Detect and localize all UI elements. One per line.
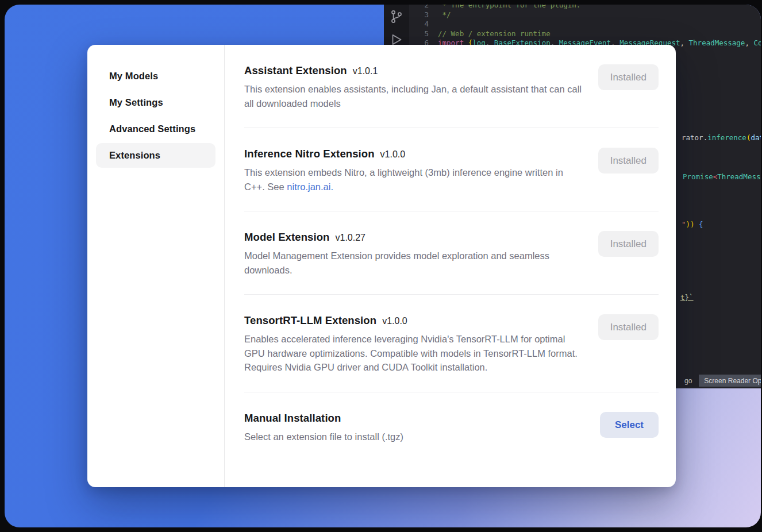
code-fragment: ")) { bbox=[682, 220, 703, 229]
extension-row: TensortRT-LLM Extensionv1.0.0Enables acc… bbox=[244, 295, 659, 392]
sidebar-item-advanced-settings[interactable]: Advanced Settings bbox=[96, 117, 215, 141]
extension-name: Assistant Extension bbox=[244, 64, 347, 77]
manual-installation-description: Select an extension file to install (.tg… bbox=[244, 430, 403, 444]
extension-description: Enables accelerated inference leveraging… bbox=[244, 332, 584, 375]
settings-panel: My ModelsMy SettingsAdvanced SettingsExt… bbox=[87, 45, 676, 487]
code-fragment: Promise<ThreadMessage> bbox=[683, 172, 761, 181]
sidebar-item-extensions[interactable]: Extensions bbox=[96, 143, 215, 168]
extension-description: Model Management Extension provides mode… bbox=[244, 249, 584, 277]
extension-version: v1.0.0 bbox=[382, 316, 407, 326]
sidebar-item-my-models[interactable]: My Models bbox=[96, 64, 215, 88]
code-line: 3 */ bbox=[409, 10, 761, 20]
code-fragment: rator.inference(data)); bbox=[682, 133, 761, 142]
extension-description: This extension enables assistants, inclu… bbox=[244, 82, 584, 110]
source-control-icon bbox=[389, 9, 404, 24]
extension-version: v1.0.1 bbox=[353, 66, 378, 76]
screen-reader-badge: Screen Reader Optimized bbox=[699, 375, 761, 387]
editor-code-lines: 2 * The entrypoint for the plugin.3 */45… bbox=[409, 5, 761, 48]
manual-installation-title: Manual Installation bbox=[244, 412, 341, 425]
nitro-jan-ai-link[interactable]: nitro.jan.ai. bbox=[287, 182, 333, 192]
select-file-button[interactable]: Select bbox=[600, 412, 659, 438]
code-line: 4 bbox=[409, 20, 761, 29]
extension-row: Inference Nitro Extensionv1.0.0This exte… bbox=[244, 128, 659, 211]
installed-button[interactable]: Installed bbox=[598, 148, 659, 174]
extension-version: v1.0.0 bbox=[380, 149, 406, 160]
code-line: 5// Web / extension runtime bbox=[409, 29, 761, 39]
extension-name: Model Extension bbox=[244, 231, 330, 244]
installed-button[interactable]: Installed bbox=[598, 314, 659, 340]
editor-status-bar: go Screen Reader Optimized bbox=[671, 375, 761, 387]
code-line: 2 * The entrypoint for the plugin. bbox=[409, 5, 761, 10]
manual-installation-row: Manual Installation Select an extension … bbox=[244, 392, 659, 461]
extension-row: Model Extensionv1.0.27Model Management E… bbox=[244, 211, 659, 295]
extension-row: Assistant Extensionv1.0.1This extension … bbox=[244, 45, 659, 128]
installed-button[interactable]: Installed bbox=[598, 64, 659, 90]
installed-button[interactable]: Installed bbox=[598, 231, 659, 257]
extension-version: v1.0.27 bbox=[336, 233, 365, 243]
sidebar-nav: My ModelsMy SettingsAdvanced SettingsExt… bbox=[87, 45, 225, 487]
hero-composite-background: 2 * The entrypoint for the plugin.3 */45… bbox=[5, 5, 761, 527]
code-fragment: t}` bbox=[680, 293, 694, 302]
extensions-list: Assistant Extensionv1.0.1This extension … bbox=[225, 45, 676, 487]
sidebar-item-my-settings[interactable]: My Settings bbox=[96, 90, 215, 115]
extension-description: This extension embeds Nitro, a lightweig… bbox=[244, 165, 584, 194]
extension-name: Inference Nitro Extension bbox=[244, 148, 375, 160]
extension-name: TensortRT-LLM Extension bbox=[244, 314, 376, 327]
